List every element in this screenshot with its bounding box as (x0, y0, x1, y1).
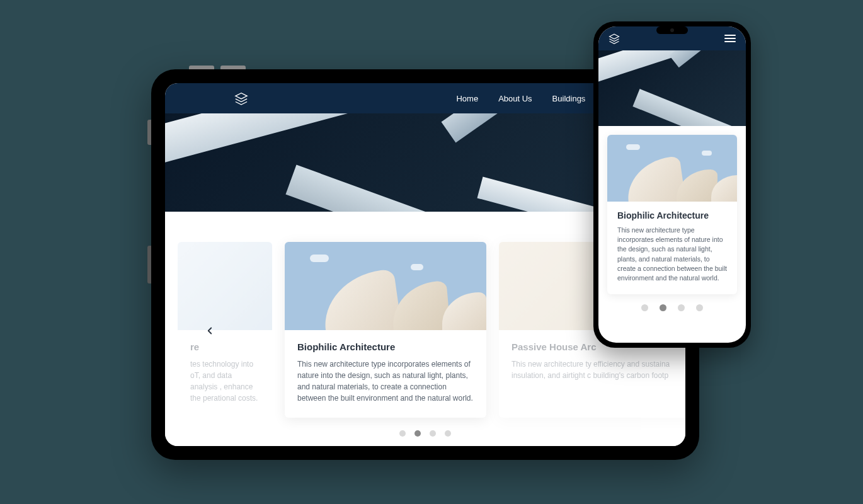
carousel-prev-button[interactable] (204, 325, 215, 336)
card-description: This new architecture type incorporates … (617, 226, 727, 283)
tablet-button (220, 66, 246, 69)
logo-icon (234, 91, 248, 105)
card-image (285, 242, 486, 330)
phone-screen: Biophilic Architecture This new architec… (598, 26, 746, 343)
nav-link-about[interactable]: About Us (498, 94, 532, 103)
hamburger-icon (724, 35, 736, 36)
hamburger-menu-button[interactable] (724, 35, 736, 42)
card-description: This new architecture ty efficiency and … (512, 358, 685, 381)
card-description: This new architecture type incorporates … (297, 358, 474, 404)
hero-image (598, 50, 746, 126)
tablet-button (189, 66, 214, 69)
phone-device: Biophilic Architecture This new architec… (593, 21, 751, 348)
pagination-dot[interactable] (678, 304, 685, 311)
logo-icon (609, 33, 620, 44)
carousel-pagination (165, 430, 685, 437)
nav-link-home[interactable]: Home (456, 94, 478, 103)
carousel-card-active[interactable]: Biophilic Architecture This new architec… (607, 135, 737, 294)
pagination-dot[interactable] (399, 430, 406, 437)
carousel-pagination (607, 304, 737, 311)
pagination-dot[interactable] (641, 304, 648, 311)
nav-link-buildings[interactable]: Buildings (552, 94, 586, 103)
card-title: Biophilic Architecture (297, 341, 474, 352)
pagination-dot-active[interactable] (414, 430, 421, 437)
pagination-dot[interactable] (445, 430, 451, 437)
card-title: Biophilic Architecture (617, 210, 727, 220)
card-image (178, 242, 272, 330)
pagination-dot-active[interactable] (660, 304, 666, 311)
carousel-card[interactable]: re tes technology into oT, and data anal… (178, 242, 272, 418)
carousel: Biophilic Architecture This new architec… (598, 126, 746, 321)
chevron-left-icon (204, 325, 215, 336)
pagination-dot[interactable] (696, 304, 703, 311)
pagination-dot[interactable] (430, 430, 436, 437)
carousel-card-active[interactable]: Biophilic Architecture This new architec… (285, 242, 486, 418)
card-title: re (190, 341, 260, 352)
card-image (607, 135, 737, 202)
card-description: tes technology into oT, and data analysi… (190, 358, 260, 404)
nav-links: Home About Us Buildings Co (456, 94, 616, 103)
phone-camera (670, 28, 674, 32)
